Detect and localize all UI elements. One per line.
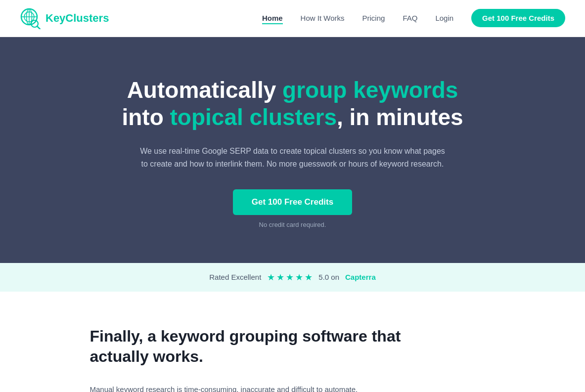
nav-faq[interactable]: FAQ bbox=[403, 14, 417, 22]
star-rating: ★ ★ ★ ★ ★ bbox=[267, 272, 313, 283]
ratings-label: Rated Excellent bbox=[209, 273, 261, 281]
nav-login[interactable]: Login bbox=[435, 14, 453, 22]
nav-home[interactable]: Home bbox=[262, 14, 283, 24]
logo[interactable]: KeyClusters bbox=[20, 7, 109, 29]
hero-section: Automatically group keywords into topica… bbox=[0, 37, 585, 263]
nav-links: Home How It Works Pricing FAQ Login Get … bbox=[262, 14, 565, 23]
logo-icon bbox=[20, 7, 42, 29]
navbar: KeyClusters Home How It Works Pricing FA… bbox=[0, 0, 585, 37]
star-5: ★ bbox=[305, 272, 313, 283]
star-2: ★ bbox=[276, 272, 284, 283]
ratings-bar: Rated Excellent ★ ★ ★ ★ ★ 5.0 on Capterr… bbox=[0, 263, 585, 292]
nav-cta-button[interactable]: Get 100 Free Credits bbox=[471, 9, 565, 27]
logo-text: KeyClusters bbox=[45, 12, 109, 25]
content-section: Finally, a keyword grouping software tha… bbox=[70, 292, 515, 392]
capterra-link[interactable]: Capterra bbox=[345, 273, 376, 281]
hero-cta-note: No credit card required. bbox=[10, 221, 575, 228]
nav-pricing[interactable]: Pricing bbox=[362, 14, 385, 22]
nav-how-it-works[interactable]: How It Works bbox=[301, 14, 345, 22]
hero-subtext: We use real-time Google SERP data to cre… bbox=[139, 145, 446, 170]
star-3: ★ bbox=[286, 272, 294, 283]
hero-cta-button[interactable]: Get 100 Free Credits bbox=[233, 189, 352, 215]
star-4: ★ bbox=[295, 272, 303, 283]
svg-line-6 bbox=[37, 26, 40, 29]
para1-text: Manual keyword research is time-consumin… bbox=[90, 385, 358, 392]
section-para-1: Manual keyword research is time-consumin… bbox=[90, 383, 495, 392]
hero-headline: Automatically group keywords into topica… bbox=[120, 77, 466, 131]
star-1: ★ bbox=[267, 272, 275, 283]
ratings-score: 5.0 on bbox=[318, 273, 339, 281]
section-heading: Finally, a keyword grouping software tha… bbox=[90, 326, 495, 367]
